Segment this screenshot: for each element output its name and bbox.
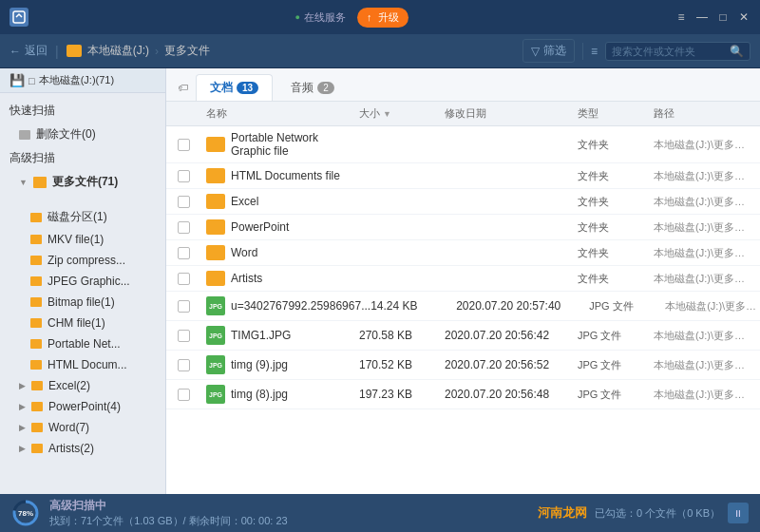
row-2-name-cell: Excel bbox=[206, 194, 359, 209]
sidebar-item-2[interactable]: Zip compress... bbox=[0, 250, 165, 271]
sidebar-item-6[interactable]: Portable Net... bbox=[0, 333, 165, 354]
row-2-filename: Excel bbox=[231, 195, 258, 208]
scan-detail: 找到：71个文件（1.03 GB）/ 剩余时间：00: 00: 23 bbox=[49, 514, 288, 528]
row-7-filename: TIMG1.JPG bbox=[231, 329, 291, 342]
maximize-button[interactable]: □ bbox=[716, 10, 730, 24]
sidebar-item-label-2: Zip compress... bbox=[48, 254, 125, 267]
row-2-path: 本地磁盘(J:)\更多文... bbox=[654, 195, 749, 209]
row-5-type: 文件夹 bbox=[578, 272, 654, 286]
row-8-size: 170.52 KB bbox=[359, 358, 445, 371]
sidebar-item-9[interactable]: ▶ PowerPoint(4) bbox=[0, 396, 165, 417]
folder-icon-row-3 bbox=[206, 219, 225, 235]
row-8-modified: 2020.07.20 20:56:52 bbox=[445, 358, 578, 371]
upgrade-button[interactable]: ↑ 升级 bbox=[357, 8, 408, 28]
expand-arrow-8: ▶ bbox=[19, 381, 26, 390]
table-row: Portable Network Graphic file 文件夹 本地磁盘(J… bbox=[166, 126, 760, 163]
path-header-label: 路径 bbox=[654, 107, 674, 119]
header-name: 名称 bbox=[206, 106, 359, 121]
row-6-modified: 2020.07.20 20:57:40 bbox=[456, 299, 589, 313]
folder-icon-3 bbox=[30, 276, 42, 286]
row-8-path: 本地磁盘(J:)\更多文... bbox=[654, 358, 749, 372]
sidebar-more-files[interactable]: ▼ 更多文件(71) bbox=[0, 170, 165, 194]
sidebar-items-section: 磁盘分区(1) MKV file(1) Zip compress... JPEG… bbox=[0, 200, 165, 465]
row-0-filename: Portable Network Graphic file bbox=[231, 131, 359, 158]
row-0-checkbox[interactable] bbox=[178, 139, 190, 151]
row-2-type: 文件夹 bbox=[578, 195, 654, 209]
row-9-checkbox-cell bbox=[178, 389, 206, 401]
folder-icon-row-4 bbox=[206, 245, 225, 260]
row-5-path: 本地磁盘(J:)\更多文... bbox=[654, 272, 749, 286]
row-2-checkbox[interactable] bbox=[178, 196, 190, 208]
sidebar-item-3[interactable]: JPEG Graphic... bbox=[0, 271, 165, 292]
row-9-name-cell: JPG timg (8).jpg bbox=[206, 385, 359, 404]
row-6-path: 本地磁盘(J:)\更多文... bbox=[665, 299, 760, 314]
sidebar-item-10[interactable]: ▶ Word(7) bbox=[0, 417, 165, 438]
breadcrumb-drive[interactable]: 本地磁盘(J:) bbox=[87, 43, 149, 59]
row-8-checkbox[interactable] bbox=[178, 359, 190, 371]
breadcrumb-folder[interactable]: 更多文件 bbox=[164, 43, 210, 59]
row-6-checkbox[interactable] bbox=[178, 300, 190, 313]
folder-icon bbox=[66, 45, 82, 57]
folder-icon-1 bbox=[30, 235, 42, 244]
sidebar-item-0[interactable]: 磁盘分区(1) bbox=[0, 205, 165, 229]
sidebar: 💾 □ 本地磁盘(J:)(71) 快速扫描 删除文件(0) 高级扫描 ▼ 更多文… bbox=[0, 68, 166, 494]
row-1-checkbox-cell bbox=[178, 170, 206, 182]
more-files-label: 更多文件(71) bbox=[52, 174, 118, 190]
jpg-icon-row-7: JPG bbox=[206, 326, 225, 345]
folder-icon-8 bbox=[31, 381, 43, 390]
row-5-checkbox[interactable] bbox=[178, 273, 190, 285]
sidebar-item-5[interactable]: CHM file(1) bbox=[0, 313, 165, 333]
menu-button[interactable]: ≡ bbox=[674, 10, 688, 24]
tab-documents[interactable]: 文档 13 bbox=[196, 74, 273, 101]
folder-icon-7 bbox=[30, 360, 42, 370]
sidebar-delete-folder[interactable]: 删除文件(0) bbox=[0, 123, 165, 146]
local-drive-icon: □ bbox=[28, 75, 35, 86]
row-6-filename: u=3402767992.25986967... bbox=[231, 299, 370, 313]
sidebar-quick-scan[interactable]: 快速扫描 bbox=[0, 99, 165, 123]
row-4-checkbox[interactable] bbox=[178, 247, 190, 259]
row-9-checkbox[interactable] bbox=[178, 389, 190, 401]
pause-button[interactable]: ⏸ bbox=[728, 503, 749, 523]
table-row: JPG TIMG1.JPG 270.58 KB 2020.07.20 20:56… bbox=[166, 321, 760, 351]
expand-arrow-9: ▶ bbox=[19, 402, 26, 411]
service-indicator: ● 在线服务 bbox=[295, 10, 346, 25]
back-button[interactable]: ← 返回 bbox=[10, 43, 48, 59]
filter-button[interactable]: ▽ 筛选 bbox=[522, 39, 575, 63]
filter-icon: ▽ bbox=[531, 45, 540, 58]
expand-arrow-icon: ▼ bbox=[19, 178, 28, 187]
sidebar-item-7[interactable]: HTML Docum... bbox=[0, 354, 165, 375]
header-size[interactable]: 大小 ▼ bbox=[359, 106, 445, 121]
row-5-filename: Artists bbox=[231, 272, 262, 285]
search-icon: 🔍 bbox=[730, 45, 744, 58]
table-row: HTML Documents file 文件夹 本地磁盘(J:)\更多文... bbox=[166, 163, 760, 189]
sidebar-item-label-5: CHM file(1) bbox=[48, 316, 105, 330]
sidebar-item-4[interactable]: Bitmap file(1) bbox=[0, 292, 165, 313]
selected-info: 已勾选：0 个文件（0 KB） bbox=[595, 506, 720, 521]
minimize-button[interactable]: — bbox=[695, 10, 709, 24]
tab-audio[interactable]: 音频 2 bbox=[276, 74, 349, 101]
row-3-checkbox[interactable] bbox=[178, 221, 190, 234]
sidebar-top-item[interactable]: 💾 □ 本地磁盘(J:)(71) bbox=[0, 68, 165, 93]
folder-icon-2 bbox=[30, 256, 42, 265]
sidebar-item-8[interactable]: ▶ Excel(2) bbox=[0, 375, 165, 396]
modified-header-label: 修改日期 bbox=[445, 107, 486, 119]
upgrade-label: 升级 bbox=[378, 11, 399, 23]
sidebar-item-11[interactable]: ▶ Artists(2) bbox=[0, 438, 165, 459]
jpg-icon-row-8: JPG bbox=[206, 355, 225, 374]
folder-icon-row-1 bbox=[206, 168, 225, 183]
sidebar-item-label-9: PowerPoint(4) bbox=[48, 400, 121, 413]
row-3-type: 文件夹 bbox=[578, 220, 654, 235]
list-view-icon[interactable]: ≡ bbox=[591, 45, 598, 58]
search-input[interactable] bbox=[612, 46, 726, 57]
row-7-checkbox[interactable] bbox=[178, 330, 190, 342]
sidebar-advanced-scan[interactable]: 高级扫描 bbox=[0, 146, 165, 170]
sidebar-item-label-0: 磁盘分区(1) bbox=[48, 209, 107, 225]
row-1-path: 本地磁盘(J:)\更多文... bbox=[654, 169, 749, 183]
folder-icon-row-0 bbox=[206, 137, 225, 152]
close-button[interactable]: ✕ bbox=[737, 10, 750, 24]
breadcrumb-sep: › bbox=[155, 45, 159, 58]
sidebar-item-1[interactable]: MKV file(1) bbox=[0, 229, 165, 250]
row-1-checkbox[interactable] bbox=[178, 170, 190, 182]
folder-icon-11 bbox=[31, 444, 43, 453]
row-4-name-cell: Word bbox=[206, 245, 359, 260]
